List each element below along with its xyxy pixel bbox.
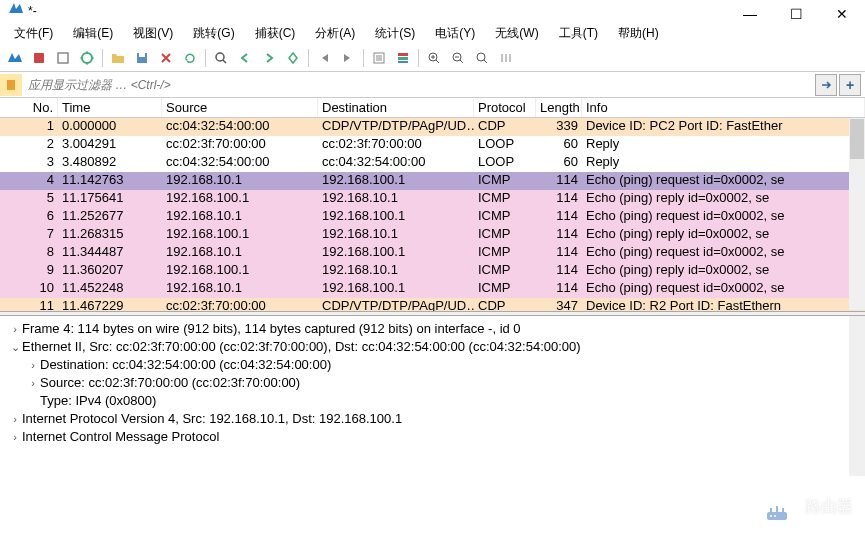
menu-wireless[interactable]: 无线(W) [485, 23, 548, 44]
packet-row[interactable]: 411.142763192.168.10.1192.168.100.1ICMP1… [0, 172, 865, 190]
minimize-button[interactable]: — [727, 0, 773, 28]
start-capture-icon[interactable] [4, 47, 26, 69]
cell-dst: 192.168.10.1 [318, 190, 474, 208]
restart-capture-icon[interactable] [52, 47, 74, 69]
app-icon [8, 1, 24, 21]
toolbar [0, 44, 865, 72]
packet-row[interactable]: 33.480892cc:04:32:54:00:00cc:04:32:54:00… [0, 154, 865, 172]
reload-icon[interactable] [179, 47, 201, 69]
go-forward-icon[interactable] [258, 47, 280, 69]
menu-view[interactable]: 视图(V) [123, 23, 183, 44]
menu-go[interactable]: 跳转(G) [183, 23, 244, 44]
detail-ipv4[interactable]: ›Internet Protocol Version 4, Src: 192.1… [8, 410, 857, 428]
menu-analyze[interactable]: 分析(A) [305, 23, 365, 44]
menu-telephony[interactable]: 电话(Y) [425, 23, 485, 44]
detail-eth-dst[interactable]: ›Destination: cc:04:32:54:00:00 (cc:04:3… [8, 356, 857, 374]
expand-icon[interactable]: › [26, 356, 40, 374]
cell-dst: 192.168.100.1 [318, 208, 474, 226]
cell-src: cc:02:3f:70:00:00 [162, 298, 318, 311]
menu-edit[interactable]: 编辑(E) [63, 23, 123, 44]
packet-list-header[interactable]: No. Time Source Destination Protocol Len… [0, 98, 865, 118]
expand-icon[interactable]: › [8, 320, 22, 338]
colorize-icon[interactable] [392, 47, 414, 69]
packet-row[interactable]: 511.175641192.168.100.1192.168.10.1ICMP1… [0, 190, 865, 208]
menu-statistics[interactable]: 统计(S) [365, 23, 425, 44]
window-title: *- [28, 4, 37, 18]
cell-info: Echo (ping) request id=0x0002, se [582, 244, 865, 262]
cell-time: 11.360207 [58, 262, 162, 280]
watermark-text: 路由器 [805, 497, 853, 518]
menu-help[interactable]: 帮助(H) [608, 23, 669, 44]
column-no[interactable]: No. [0, 98, 58, 117]
packet-list-rows: 10.000000cc:04:32:54:00:00CDP/VTP/DTP/PA… [0, 118, 865, 311]
go-back-icon[interactable] [234, 47, 256, 69]
svg-point-12 [477, 53, 485, 61]
cell-dst: CDP/VTP/DTP/PAgP/UD… [318, 118, 474, 136]
go-last-icon[interactable] [337, 47, 359, 69]
stop-capture-icon[interactable] [28, 47, 50, 69]
column-length[interactable]: Length [536, 98, 582, 117]
cell-src: cc:02:3f:70:00:00 [162, 136, 318, 154]
bookmark-filter-icon[interactable] [0, 74, 22, 96]
cell-no: 1 [0, 118, 58, 136]
detail-icmp[interactable]: ›Internet Control Message Protocol [8, 428, 857, 446]
expand-icon[interactable]: › [8, 410, 22, 428]
watermark-sub: luyouqi.com [805, 518, 853, 528]
display-filter-input[interactable] [24, 74, 815, 96]
packet-row[interactable]: 1111.467229cc:02:3f:70:00:00CDP/VTP/DTP/… [0, 298, 865, 311]
detail-eth-src[interactable]: ›Source: cc:02:3f:70:00:00 (cc:02:3f:70:… [8, 374, 857, 392]
detail-eth-type[interactable]: Type: IPv4 (0x0800) [8, 392, 857, 410]
vertical-scrollbar[interactable] [849, 118, 865, 310]
packet-row[interactable]: 23.004291cc:02:3f:70:00:00cc:02:3f:70:00… [0, 136, 865, 154]
column-time[interactable]: Time [58, 98, 162, 117]
packet-row[interactable]: 1011.452248192.168.10.1192.168.100.1ICMP… [0, 280, 865, 298]
maximize-button[interactable]: ☐ [773, 0, 819, 28]
svg-rect-4 [139, 53, 145, 57]
cell-no: 2 [0, 136, 58, 154]
menu-file[interactable]: 文件(F) [4, 23, 63, 44]
go-to-packet-icon[interactable] [282, 47, 304, 69]
column-destination[interactable]: Destination [318, 98, 474, 117]
go-first-icon[interactable] [313, 47, 335, 69]
filter-apply-button[interactable] [815, 74, 837, 96]
expand-icon[interactable]: › [8, 428, 22, 446]
filter-bar: + [0, 72, 865, 98]
packet-row[interactable]: 911.360207192.168.100.1192.168.10.1ICMP1… [0, 262, 865, 280]
packet-row[interactable]: 711.268315192.168.100.1192.168.10.1ICMP1… [0, 226, 865, 244]
scrollbar-thumb[interactable] [850, 119, 864, 159]
cell-info: Reply [582, 136, 865, 154]
collapse-icon[interactable]: ⌄ [8, 338, 22, 356]
packet-row[interactable]: 10.000000cc:04:32:54:00:00CDP/VTP/DTP/PA… [0, 118, 865, 136]
cell-len: 114 [536, 172, 582, 190]
menu-tools[interactable]: 工具(T) [549, 23, 608, 44]
auto-scroll-icon[interactable] [368, 47, 390, 69]
detail-frame[interactable]: ›Frame 4: 114 bytes on wire (912 bits), … [8, 320, 857, 338]
filter-add-button[interactable]: + [839, 74, 861, 96]
svg-rect-1 [58, 53, 68, 63]
zoom-reset-icon[interactable] [471, 47, 493, 69]
cell-proto: ICMP [474, 208, 536, 226]
svg-rect-8 [398, 57, 408, 60]
resize-columns-icon[interactable] [495, 47, 517, 69]
open-file-icon[interactable] [107, 47, 129, 69]
find-packet-icon[interactable] [210, 47, 232, 69]
detail-ethernet[interactable]: ⌄Ethernet II, Src: cc:02:3f:70:00:00 (cc… [8, 338, 857, 356]
packet-row[interactable]: 611.252677192.168.10.1192.168.100.1ICMP1… [0, 208, 865, 226]
vertical-scrollbar[interactable] [849, 316, 865, 476]
svg-point-2 [82, 53, 92, 63]
menu-capture[interactable]: 捕获(C) [245, 23, 306, 44]
capture-options-icon[interactable] [76, 47, 98, 69]
save-file-icon[interactable] [131, 47, 153, 69]
packet-row[interactable]: 811.344487192.168.10.1192.168.100.1ICMP1… [0, 244, 865, 262]
column-protocol[interactable]: Protocol [474, 98, 536, 117]
column-source[interactable]: Source [162, 98, 318, 117]
expand-icon[interactable]: › [26, 374, 40, 392]
zoom-in-icon[interactable] [423, 47, 445, 69]
zoom-out-icon[interactable] [447, 47, 469, 69]
close-file-icon[interactable] [155, 47, 177, 69]
close-button[interactable]: ✕ [819, 0, 865, 28]
cell-len: 114 [536, 280, 582, 298]
packet-list-pane: No. Time Source Destination Protocol Len… [0, 98, 865, 311]
column-info[interactable]: Info [582, 98, 865, 117]
cell-info: Device ID: PC2 Port ID: FastEther [582, 118, 865, 136]
